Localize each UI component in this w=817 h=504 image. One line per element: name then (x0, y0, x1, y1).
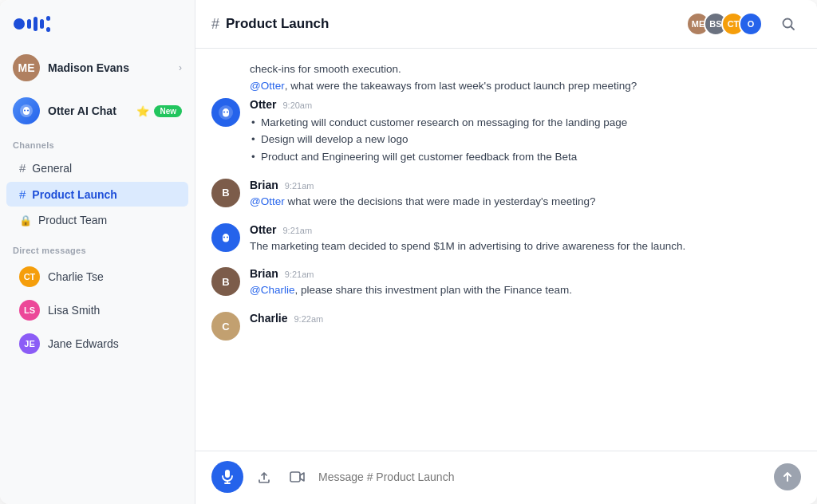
otter-ai-icon (13, 97, 40, 124)
mention: @Charlie (250, 284, 294, 296)
message-time: 9:21am (285, 181, 314, 191)
message-header: Otter 9:21am (250, 223, 801, 236)
svg-rect-1 (27, 19, 31, 29)
svg-point-8 (27, 110, 29, 112)
svg-point-7 (24, 110, 26, 112)
message-sender: Otter (250, 223, 276, 236)
message-header: Charlie 9:22am (250, 312, 801, 325)
message-content: Brian 9:21am @Otter what were the decisi… (250, 179, 801, 211)
avatar: LS (19, 300, 40, 321)
sidebar-item-product-team[interactable]: 🔒 Product Team (6, 208, 188, 232)
lock-icon: 🔒 (19, 215, 32, 226)
list-item: Product and Engineering will get custome… (250, 148, 801, 166)
avatar: JE (19, 333, 40, 354)
send-button[interactable] (774, 463, 801, 490)
svg-point-14 (223, 236, 225, 238)
message-time: 9:21am (285, 270, 314, 279)
message-time: 9:22am (294, 314, 323, 324)
new-badge: New (154, 105, 182, 117)
avatar: B (211, 179, 240, 207)
mention: @Otter (250, 195, 285, 207)
avatar (211, 98, 240, 127)
channels-section-label: Channels (0, 137, 195, 155)
sidebar-username: Madison Evans (48, 61, 179, 74)
svg-rect-5 (46, 27, 50, 32)
message-content: Otter 9:20am Marketing will conduct cust… (250, 98, 801, 166)
list-item: Marketing will conduct customer research… (250, 114, 801, 132)
avatar: C (211, 312, 240, 341)
message-group: Otter 9:21am The marketing team decided … (211, 223, 801, 255)
message-content: Charlie 9:22am (250, 312, 801, 327)
search-button[interactable] (776, 11, 801, 37)
avatar: B (211, 267, 240, 296)
message-text: check-ins for smooth execution. @Otter, … (250, 61, 801, 95)
message-text: @Charlie, please share this investment p… (250, 282, 801, 299)
message-sender: Brian (250, 267, 278, 280)
avatar: ME (13, 54, 40, 81)
channel-label: Product Launch (32, 188, 117, 201)
message-header: Otter 9:20am (250, 98, 801, 111)
svg-rect-19 (290, 472, 300, 482)
dm-charlie-tse[interactable]: CT Charlie Tse (6, 261, 188, 293)
dm-name: Lisa Smith (48, 304, 100, 317)
avatar (211, 223, 240, 252)
channel-header: # Product Launch ME BS CT O (195, 0, 817, 49)
channel-title: Product Launch (226, 16, 686, 32)
message-text: The marketing team decided to spend $1M … (250, 238, 801, 255)
message-input[interactable] (318, 462, 766, 492)
avatar: O (739, 12, 763, 36)
dm-jane-edwards[interactable]: JE Jane Edwards (6, 328, 188, 360)
svg-rect-2 (34, 17, 37, 31)
channel-hash-icon: # (211, 16, 219, 33)
message-header: Brian 9:21am (250, 179, 801, 191)
message-sender: Charlie (250, 312, 287, 325)
message-header: Brian 9:21am (250, 267, 801, 280)
message-content: Otter 9:21am The marketing team decided … (250, 223, 801, 255)
svg-rect-3 (40, 19, 44, 29)
sidebar: ME Madison Evans › Otter AI Chat ⭐ New C… (0, 0, 195, 504)
otter-ai-chat-item[interactable]: Otter AI Chat ⭐ New (0, 91, 195, 131)
svg-point-0 (14, 18, 25, 30)
main-panel: # Product Launch ME BS CT O check-ins fo… (195, 0, 817, 504)
dm-lisa-smith[interactable]: LS Lisa Smith (6, 294, 188, 326)
channel-label: Product Team (38, 214, 107, 226)
svg-point-12 (223, 111, 225, 112)
messages-area: check-ins for smooth execution. @Otter, … (195, 49, 817, 451)
hash-icon: # (19, 161, 26, 175)
message-sender: Otter (250, 98, 276, 111)
header-avatars: ME BS CT O (686, 12, 763, 36)
mic-button[interactable] (211, 461, 243, 493)
sidebar-user-row[interactable]: ME Madison Evans › (0, 48, 195, 88)
message-input-bar (195, 451, 817, 504)
star-icon: ⭐ (136, 105, 149, 117)
message-group: check-ins for smooth execution. @Otter, … (211, 61, 801, 95)
svg-rect-4 (46, 16, 50, 21)
svg-point-13 (227, 111, 228, 112)
message-group: Otter 9:20am Marketing will conduct cust… (211, 98, 801, 166)
video-button[interactable] (285, 464, 310, 490)
sidebar-item-product-launch[interactable]: # Product Launch (6, 182, 188, 207)
svg-point-15 (227, 236, 228, 238)
dm-name: Jane Edwards (48, 337, 119, 350)
message-time: 9:20am (282, 100, 312, 110)
message-time: 9:21am (282, 226, 312, 235)
channel-label: General (32, 162, 72, 175)
dm-section-label: Direct messages (0, 242, 195, 260)
dm-name: Charlie Tse (48, 270, 104, 283)
message-group: C Charlie 9:22am (211, 312, 801, 341)
message-sender: Brian (250, 179, 278, 191)
app-logo (0, 13, 195, 48)
avatar: CT (19, 266, 40, 287)
message-bullets: Marketing will conduct customer research… (250, 114, 801, 166)
svg-rect-16 (225, 470, 230, 478)
hash-icon: # (19, 187, 26, 201)
chevron-right-icon: › (179, 62, 182, 73)
upload-button[interactable] (251, 464, 277, 490)
message-group: B Brian 9:21am @Charlie, please share th… (211, 267, 801, 299)
message-content: Brian 9:21am @Charlie, please share this… (250, 267, 801, 299)
svg-line-10 (791, 27, 795, 30)
mention: @Otter (250, 80, 285, 92)
sidebar-item-general[interactable]: # General (6, 156, 188, 180)
message-group: B Brian 9:21am @Otter what were the deci… (211, 179, 801, 211)
otter-ai-label: Otter AI Chat (48, 104, 135, 117)
